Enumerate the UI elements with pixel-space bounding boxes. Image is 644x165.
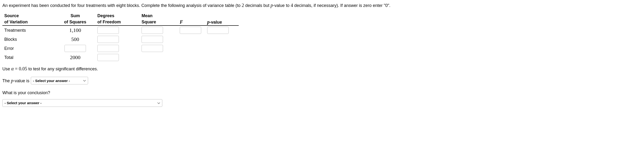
ss-blocks: 500 <box>71 36 79 42</box>
table-row-blocks: Blocks 500 <box>2 35 239 44</box>
table-row-error: Error <box>2 44 239 53</box>
header-f-1 <box>178 13 205 19</box>
ms-treatments-input[interactable] <box>142 27 163 34</box>
ms-blocks-input[interactable] <box>142 36 163 43</box>
conclusion-select[interactable]: - Select your answer - <box>2 99 162 107</box>
pvalue-select[interactable]: - Select your answer - <box>31 77 88 84</box>
ss-error-input[interactable] <box>64 45 86 52</box>
header-ms-2: Square <box>140 19 178 25</box>
label-treatments: Treatments <box>2 25 55 35</box>
header-p-1 <box>205 13 239 19</box>
header-source-2: of Variation <box>2 19 55 25</box>
header-source-1: Source <box>2 13 55 19</box>
conclusion-question: What is your conclusion? <box>2 88 642 98</box>
table-row-treatments: Treatments 1,100 <box>2 25 239 35</box>
header-ss-2: of Squares <box>55 19 96 25</box>
df-error-input[interactable] <box>98 45 119 52</box>
label-blocks: Blocks <box>2 35 55 44</box>
df-blocks-input[interactable] <box>98 36 119 43</box>
label-total: Total <box>2 53 55 62</box>
df-treatments-input[interactable] <box>98 27 119 34</box>
anova-table: Source Sum Degrees Mean of Variation of … <box>2 13 239 62</box>
ms-error-input[interactable] <box>142 45 163 52</box>
ss-total: 2000 <box>70 54 80 61</box>
alpha-instruction: Use α = 0.05 to test for any significant… <box>2 63 642 74</box>
header-ms-1: Mean <box>140 13 178 19</box>
problem-statement: An experiment has been conducted for fou… <box>2 2 642 8</box>
pvalue-label: The p-value is <box>2 75 29 86</box>
header-p-2: p-value <box>205 19 239 25</box>
header-f-2: F <box>178 19 205 25</box>
ss-treatments: 1,100 <box>69 27 81 33</box>
header-ss-1: Sum <box>55 13 96 19</box>
table-row-total: Total 2000 <box>2 53 239 62</box>
label-error: Error <box>2 44 55 53</box>
p-treatments-input[interactable] <box>207 27 229 34</box>
f-treatments-input[interactable] <box>180 27 201 34</box>
df-total-input[interactable] <box>98 54 119 61</box>
header-df-2: of Freedom <box>96 19 140 25</box>
header-df-1: Degrees <box>96 13 140 19</box>
